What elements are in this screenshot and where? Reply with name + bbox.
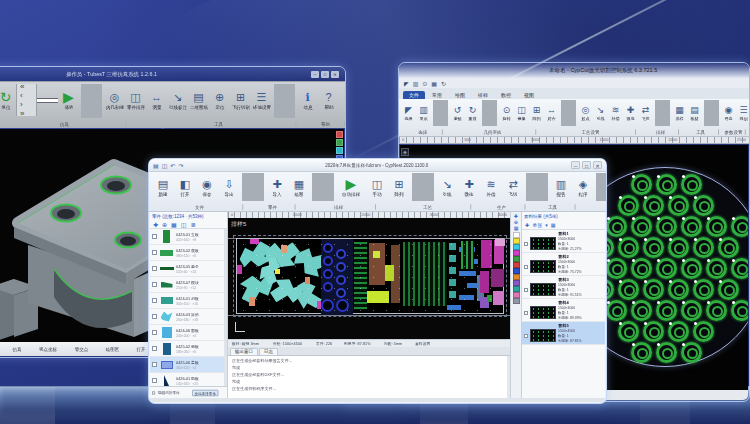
ribbon-button[interactable]: ▤ 新建 xyxy=(152,173,174,201)
ribbon-button[interactable] xyxy=(274,84,295,118)
ribbon-button[interactable]: ✚ 导入 xyxy=(266,173,288,201)
nested-ring-part[interactable] xyxy=(631,216,652,237)
nested-ring-part[interactable] xyxy=(681,258,702,279)
nested-part[interactable] xyxy=(480,271,489,293)
ribbon-button[interactable]: ≋ 补偿 xyxy=(608,100,623,126)
ribbon-button[interactable]: ↻ 重做 xyxy=(465,100,480,126)
nested-part[interactable] xyxy=(449,279,456,286)
ribbon-button[interactable]: ▥ 报告 xyxy=(550,173,572,201)
quick-access-icon[interactable]: ↷ xyxy=(178,162,183,169)
part-checkbox[interactable] xyxy=(152,378,157,383)
nested-ring-part[interactable] xyxy=(718,237,739,258)
nested-ring-part[interactable] xyxy=(706,300,727,321)
ribbon-button[interactable]: ✚ 微连 xyxy=(623,100,638,126)
ribbon-button[interactable]: ℹ 信息 xyxy=(297,84,318,116)
nested-part[interactable] xyxy=(336,262,346,272)
parts-toolbar-icon[interactable]: ▦ xyxy=(171,221,177,228)
ribbon-button[interactable]: ☰ 规划 xyxy=(736,100,749,126)
nested-ring-part[interactable] xyxy=(618,195,639,216)
sheet-checkbox[interactable] xyxy=(524,334,528,338)
nested-part[interactable] xyxy=(323,243,333,253)
window-control-button[interactable]: □ xyxy=(321,71,329,78)
nested-ring-part[interactable] xyxy=(706,216,727,237)
nested-part[interactable] xyxy=(367,291,389,303)
nested-ring-part[interactable] xyxy=(618,321,639,342)
nested-part[interactable] xyxy=(369,243,385,285)
ribbon-button[interactable]: ▶ 自动排样 xyxy=(336,173,366,201)
nested-ring-part[interactable] xyxy=(693,279,714,300)
nested-part[interactable] xyxy=(459,271,476,276)
ribbon-button[interactable]: ⇄ 飞切 xyxy=(502,173,524,201)
nested-part[interactable] xyxy=(336,288,346,298)
nested-part[interactable] xyxy=(323,269,333,279)
part-checkbox[interactable] xyxy=(152,234,157,239)
select-unnested-button[interactable]: 全选未排零件 xyxy=(192,389,218,395)
nested-part[interactable] xyxy=(459,295,474,300)
side-toolbar-icon[interactable]: ◈ xyxy=(401,148,409,156)
nesting-canvas[interactable]: 01000200030004000 排样5 xyxy=(228,212,510,339)
nested-part[interactable] xyxy=(336,275,346,285)
view-toolbar-chip[interactable] xyxy=(336,147,343,154)
nested-ring-part[interactable] xyxy=(706,258,727,279)
ribbon-button[interactable]: ⊕ 定位 xyxy=(209,84,230,116)
ribbon-button[interactable]: ↔ 对齐 xyxy=(544,100,559,126)
part-list-item[interactable]: 0426-01 肋板 140×320 · ×20 xyxy=(150,373,227,386)
part-list-item[interactable]: 0423-05 垫条 520×40 · ×24 xyxy=(150,261,227,277)
nested-ring-part[interactable] xyxy=(643,321,664,342)
nested-part[interactable] xyxy=(403,242,447,306)
ribbon-button[interactable]: ↻ 复位 xyxy=(0,84,16,116)
sheet-checkbox[interactable] xyxy=(524,242,528,246)
part-checkbox[interactable] xyxy=(152,362,157,367)
part-list-item[interactable]: 0425-06 盖板 360×120 · ×2 xyxy=(150,357,227,373)
ribbon-button[interactable]: ≋ 补偿 xyxy=(480,173,502,201)
nested-ring-part[interactable] xyxy=(681,216,702,237)
ribbon-button[interactable]: ◎ 内孔割缝 xyxy=(104,84,125,116)
nested-part[interactable] xyxy=(323,282,333,292)
ribbon-button[interactable] xyxy=(704,100,719,126)
quick-access-icon[interactable]: ↻ xyxy=(441,80,446,87)
sheet-list-item[interactable]: 套料4 1500×3000 数量: 1 利用率: 89.39% xyxy=(522,299,605,322)
ribbon-button[interactable]: ▦ 排样 xyxy=(672,100,687,126)
ribbon-button[interactable]: ⇄ 飞切 xyxy=(638,100,653,126)
nested-part[interactable] xyxy=(281,245,287,253)
ribbon-button[interactable]: ☰ 环境设置 xyxy=(251,84,272,116)
ribbon-tab[interactable]: 文件 xyxy=(403,91,425,99)
nested-part[interactable] xyxy=(305,277,310,284)
ribbon-button[interactable]: ⊞ 阵列 xyxy=(529,100,544,126)
ribbon-button[interactable]: ⊙ 旋转 xyxy=(499,100,514,126)
nested-ring-part[interactable] xyxy=(606,216,627,237)
ribbon-button[interactable]: ✚ 微连 xyxy=(458,173,480,201)
nested-part[interactable] xyxy=(336,299,349,312)
nested-part[interactable] xyxy=(449,291,456,298)
ribbon-button[interactable]: ▶ 播放 xyxy=(58,84,79,116)
nested-ring-part[interactable] xyxy=(668,279,689,300)
nested-ring-part[interactable] xyxy=(631,300,652,321)
ribbon-tab[interactable]: 排样 xyxy=(472,91,494,99)
ribbon-button[interactable]: ⊞ 阵列 xyxy=(388,173,410,201)
nested-ring-part[interactable] xyxy=(631,342,652,363)
ribbon-button[interactable]: ◈ 程序 xyxy=(572,173,594,201)
nested-part[interactable] xyxy=(487,295,492,302)
nested-ring-part[interactable] xyxy=(618,237,639,258)
quick-access-icon[interactable]: ◫ xyxy=(162,162,168,169)
sheets-toolbar-item[interactable]: ▦ xyxy=(551,222,556,228)
nested-ring-part[interactable] xyxy=(668,237,689,258)
ribbon-button[interactable]: ⊞ 飞行切割 xyxy=(230,84,251,116)
nested-ring-part[interactable] xyxy=(643,195,664,216)
part-checkbox[interactable] xyxy=(152,346,157,351)
nested-ring-part[interactable] xyxy=(668,195,689,216)
sheet-checkbox[interactable] xyxy=(524,265,528,269)
nested-ring-part[interactable] xyxy=(731,216,749,237)
sheet-list-item[interactable]: 套料1 1500×3000 数量: 1 利用率: 21.27% xyxy=(522,230,605,253)
ribbon-button[interactable]: ◉ 寻边 xyxy=(721,100,736,126)
hide-nested-checkbox[interactable] xyxy=(152,391,155,394)
sheet-checkbox[interactable] xyxy=(524,311,528,315)
ribbon-button[interactable]: ↘ 引线 xyxy=(593,100,608,126)
nested-ring-part[interactable] xyxy=(631,174,652,195)
ribbon-button[interactable] xyxy=(242,173,264,201)
ribbon-button[interactable]: ◧ 打开 xyxy=(174,173,196,201)
part-checkbox[interactable] xyxy=(152,250,157,255)
nested-part[interactable] xyxy=(481,240,492,268)
nested-part[interactable] xyxy=(449,255,456,262)
nested-part[interactable] xyxy=(447,305,461,310)
